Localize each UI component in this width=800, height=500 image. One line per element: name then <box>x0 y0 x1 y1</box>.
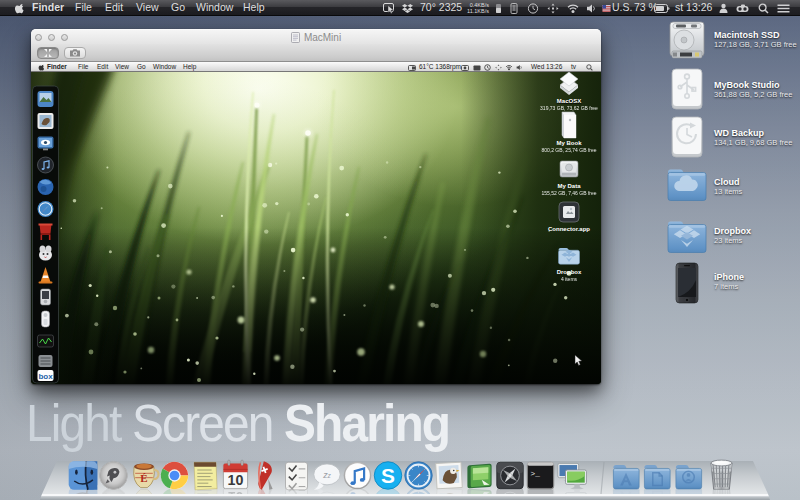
svg-text:4 items: 4 items <box>561 276 578 282</box>
svg-text:Connector.app: Connector.app <box>548 226 590 232</box>
svg-text:800,2 GB, 25,74 GB free: 800,2 GB, 25,74 GB free <box>541 147 596 153</box>
svg-text:box: box <box>38 372 53 381</box>
svg-text:Dropbox: Dropbox <box>557 269 582 275</box>
svg-text:My Data: My Data <box>557 183 581 189</box>
svg-text:>_: >_ <box>531 470 541 478</box>
svg-text:S: S <box>381 464 395 487</box>
svg-text:155,52 GB, 7,46 GB free: 155,52 GB, 7,46 GB free <box>541 190 596 196</box>
svg-text:MacOSX: MacOSX <box>557 98 581 104</box>
svg-text:319,73 GB, 73,62 GB free: 319,73 GB, 73,62 GB free <box>540 105 598 111</box>
svg-text:10: 10 <box>228 472 244 488</box>
svg-text:My Book: My Book <box>556 140 582 146</box>
svg-text:zz: zz <box>322 470 331 480</box>
